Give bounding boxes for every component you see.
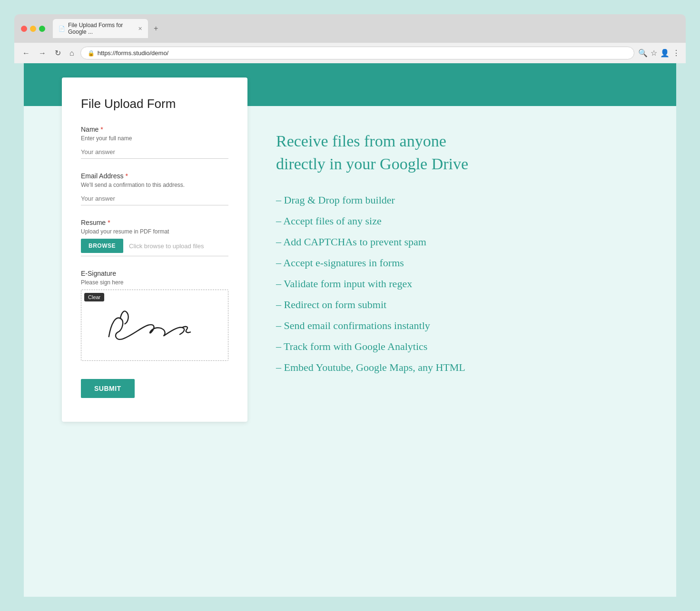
name-label: Name * xyxy=(81,126,228,133)
back-button[interactable]: ← xyxy=(20,48,32,58)
signature-label: E-Signature xyxy=(81,270,228,277)
url-text: https://forms.studio/demo/ xyxy=(98,49,169,57)
resume-label: Resume * xyxy=(81,219,228,226)
bookmark-button[interactable]: ☆ xyxy=(651,48,657,58)
submit-button[interactable]: SUBMIT xyxy=(81,379,135,398)
close-window-button[interactable] xyxy=(21,26,27,32)
signature-canvas[interactable]: Clear xyxy=(81,290,228,361)
feature-item-4: – Accept e-signatures in forms xyxy=(276,257,638,269)
account-button[interactable]: 👤 xyxy=(660,48,670,58)
email-required-star: * xyxy=(125,172,128,180)
signature-field: E-Signature Please sign here Clear xyxy=(81,270,228,361)
form-card: File Upload Form Name * Enter your full … xyxy=(62,78,247,422)
tab-close-button[interactable]: ✕ xyxy=(138,26,142,32)
features-list: – Drag & Drop form builder – Accept file… xyxy=(276,194,638,374)
signature-description: Please sign here xyxy=(81,279,228,286)
feature-item-1: – Drag & Drop form builder xyxy=(276,194,638,206)
titlebar: 📄 File Upload Forms for Google ... ✕ + xyxy=(14,14,686,43)
name-field: Name * Enter your full name xyxy=(81,126,228,159)
feature-item-7: – Send email confirmations instantly xyxy=(276,320,638,332)
toolbar-actions: 🔍 ☆ 👤 ⋮ xyxy=(638,48,680,58)
minimize-window-button[interactable] xyxy=(30,26,36,32)
email-input[interactable] xyxy=(81,192,228,205)
search-button[interactable]: 🔍 xyxy=(638,48,648,58)
features-headline: Receive files from anyone directly in yo… xyxy=(276,130,638,175)
maximize-window-button[interactable] xyxy=(39,26,45,32)
lock-icon: 🔒 xyxy=(88,50,95,57)
active-tab[interactable]: 📄 File Upload Forms for Google ... ✕ xyxy=(53,19,148,38)
tab-favicon: 📄 xyxy=(59,26,65,32)
email-label: Email Address * xyxy=(81,172,228,180)
browser-window: 📄 File Upload Forms for Google ... ✕ + ←… xyxy=(5,5,695,606)
name-required-star: * xyxy=(100,126,103,133)
file-upload-row: BROWSE Click browse to upload files xyxy=(81,239,228,256)
file-placeholder: Click browse to upload files xyxy=(129,242,204,250)
feature-item-3: – Add CAPTCHAs to prevent spam xyxy=(276,236,638,248)
content-area: File Upload Form Name * Enter your full … xyxy=(24,106,676,597)
headline-line1: Receive files from anyone xyxy=(276,132,446,150)
feature-item-8: – Track form with Google Analytics xyxy=(276,340,638,353)
browser-chrome: 📄 File Upload Forms for Google ... ✕ + ←… xyxy=(14,14,686,63)
traffic-lights xyxy=(21,26,45,32)
resume-description: Upload your resume in PDF format xyxy=(81,228,228,235)
feature-item-9: – Embed Youtube, Google Maps, any HTML xyxy=(276,361,638,374)
feature-item-5: – Validate form input with regex xyxy=(276,278,638,290)
menu-button[interactable]: ⋮ xyxy=(672,48,680,58)
refresh-button[interactable]: ↻ xyxy=(52,48,63,58)
feature-item-2: – Accept files of any size xyxy=(276,215,638,227)
resume-field: Resume * Upload your resume in PDF forma… xyxy=(81,219,228,256)
address-bar[interactable]: 🔒 https://forms.studio/demo/ xyxy=(80,47,634,59)
new-tab-button[interactable]: + xyxy=(150,22,162,35)
resume-required-star: * xyxy=(108,219,110,226)
feature-item-6: – Redirect on form submit xyxy=(276,299,638,311)
headline-line2: directly in your Google Drive xyxy=(276,155,468,173)
clear-signature-button[interactable]: Clear xyxy=(84,293,104,301)
features-panel: Receive files from anyone directly in yo… xyxy=(276,106,638,597)
home-button[interactable]: ⌂ xyxy=(67,48,77,58)
form-title: File Upload Form xyxy=(81,97,228,111)
tab-title: File Upload Forms for Google ... xyxy=(68,22,135,35)
browse-button[interactable]: BROWSE xyxy=(81,239,123,253)
email-description: We'll send a confirmation to this addres… xyxy=(81,182,228,188)
name-description: Enter your full name xyxy=(81,135,228,142)
email-field: Email Address * We'll send a confirmatio… xyxy=(81,172,228,205)
forward-button[interactable]: → xyxy=(36,48,49,58)
browser-content: File Upload Form Name * Enter your full … xyxy=(24,63,676,597)
tab-bar: 📄 File Upload Forms for Google ... ✕ + xyxy=(53,19,679,38)
name-input[interactable] xyxy=(81,145,228,159)
browser-toolbar: ← → ↻ ⌂ 🔒 https://forms.studio/demo/ 🔍 ☆… xyxy=(14,43,686,63)
